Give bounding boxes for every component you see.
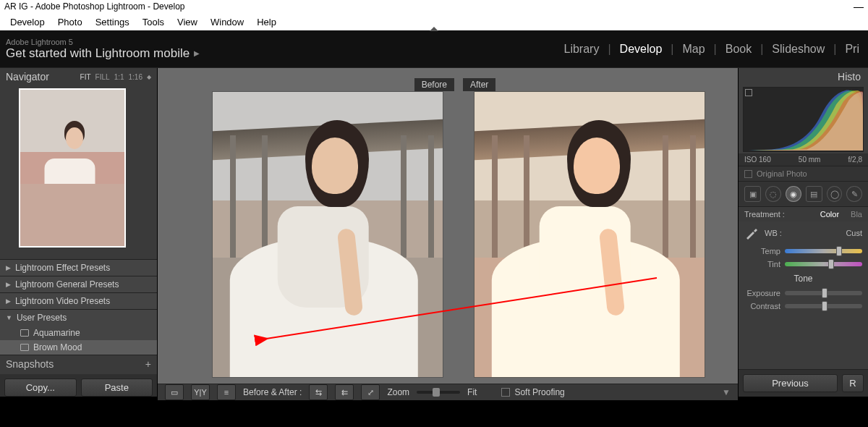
- chevron-right-icon: ▶: [194, 49, 200, 57]
- crop-tool[interactable]: ▣: [744, 186, 761, 202]
- brush-tool[interactable]: ✎: [846, 186, 862, 202]
- treatment-bw[interactable]: Bla: [851, 210, 862, 219]
- compare-stack-button[interactable]: ≡: [217, 384, 236, 400]
- wb-label: WB :: [765, 229, 782, 237]
- exposure-slider[interactable]: Exposure: [739, 287, 868, 300]
- zoom-fit[interactable]: FIT: [80, 73, 91, 81]
- menu-view[interactable]: View: [177, 17, 197, 28]
- module-book[interactable]: Book: [726, 43, 752, 56]
- menu-photo[interactable]: Photo: [58, 17, 82, 28]
- preset-icon: [20, 329, 29, 337]
- preset-group-effect[interactable]: ▶ Lightroom Effect Presets: [0, 259, 157, 276]
- left-button-row: Copy... Paste: [0, 374, 157, 397]
- right-button-row: Previous R: [739, 369, 868, 397]
- workspace: Navigator FIT FILL 1:1 1:16 ◆ ▶ Lightroo…: [0, 68, 868, 397]
- exposure-label: Exposure: [744, 289, 780, 297]
- preset-item-label: Brown Mood: [33, 342, 82, 352]
- eyedropper-icon[interactable]: [744, 226, 759, 240]
- minimize-icon[interactable]: —: [854, 1, 864, 12]
- contrast-slider[interactable]: Contrast: [739, 300, 868, 313]
- preset-item-label: Aquamarine: [33, 328, 80, 338]
- chevron-icon[interactable]: ◆: [147, 74, 151, 80]
- original-photo-toggle[interactable]: Original Photo: [739, 166, 868, 182]
- mobile-link[interactable]: Get started with Lightroom mobile ▶: [6, 46, 200, 61]
- window-title: AR IG - Adobe Photoshop Lightroom - Deve…: [4, 1, 184, 12]
- center-panel: Before After: [158, 68, 738, 397]
- wb-value[interactable]: Cust: [846, 229, 862, 237]
- preset-group-user[interactable]: ▼ User Presets: [0, 309, 157, 326]
- navigator-preview[interactable]: [0, 85, 157, 250]
- after-photo[interactable]: [474, 91, 705, 378]
- tone-header: Tone: [739, 271, 868, 287]
- menu-settings[interactable]: Settings: [95, 17, 129, 28]
- module-slideshow[interactable]: Slideshow: [772, 43, 825, 56]
- preset-group-video[interactable]: ▶ Lightroom Video Presets: [0, 292, 157, 309]
- gradient-tool[interactable]: ▤: [806, 186, 822, 202]
- treatment-color[interactable]: Color: [820, 210, 839, 219]
- add-snapshot-icon[interactable]: +: [145, 358, 151, 370]
- preset-group-general[interactable]: ▶ Lightroom General Presets: [0, 276, 157, 292]
- spot-tool[interactable]: ◌: [765, 186, 781, 202]
- before-photo[interactable]: [212, 91, 443, 378]
- checkbox-icon[interactable]: [744, 170, 752, 178]
- menu-window[interactable]: Window: [210, 17, 244, 28]
- histogram-title[interactable]: Histo: [739, 68, 868, 85]
- zoom-slider[interactable]: [417, 391, 460, 394]
- swap-button[interactable]: ⇆: [309, 384, 328, 400]
- menu-tools[interactable]: Tools: [142, 17, 164, 28]
- compare-area: Before After: [158, 68, 738, 384]
- separator: |: [833, 43, 836, 56]
- module-print[interactable]: Pri: [845, 43, 859, 56]
- after-pane: After: [463, 78, 716, 378]
- preset-group-label: User Presets: [17, 313, 67, 323]
- treatment-label: Treatment :: [744, 210, 785, 219]
- chevron-right-icon: ▶: [6, 281, 11, 288]
- soft-proof-label: Soft Proofing: [514, 387, 564, 397]
- menu-help[interactable]: Help: [257, 17, 276, 28]
- meta-focal: 50 mm: [799, 156, 821, 164]
- previous-button[interactable]: Previous: [743, 374, 838, 392]
- preset-group-label: Lightroom Effect Presets: [15, 263, 110, 273]
- loupe-view-button[interactable]: ▭: [165, 384, 184, 400]
- copy-button[interactable]: Copy...: [4, 379, 77, 397]
- zoom-fill[interactable]: FILL: [95, 73, 110, 81]
- menu-develop[interactable]: Develop: [10, 17, 45, 28]
- preset-group-label: Lightroom General Presets: [15, 279, 119, 289]
- soft-proofing-toggle[interactable]: Soft Proofing: [501, 387, 564, 397]
- histogram[interactable]: [743, 87, 864, 152]
- develop-tool-strip: ▣ ◌ ◉ ▤ ◯ ✎: [739, 182, 868, 206]
- before-pane: Before: [201, 78, 454, 378]
- before-label: Before: [414, 78, 454, 91]
- temp-slider[interactable]: Temp: [739, 245, 868, 258]
- panel-expand-icon[interactable]: [430, 27, 438, 31]
- compare-yy-button[interactable]: Y|Y: [191, 384, 210, 400]
- before-after-label: Before & After :: [243, 387, 302, 397]
- tint-slider[interactable]: Tint: [739, 258, 868, 271]
- copy-settings-button[interactable]: ⤢: [361, 384, 380, 400]
- toolbar-menu-icon[interactable]: ▼: [722, 387, 731, 397]
- snapshots-header[interactable]: Snapshots +: [0, 355, 157, 373]
- module-map[interactable]: Map: [682, 43, 705, 56]
- radial-tool[interactable]: ◯: [827, 186, 843, 202]
- copy-left-button[interactable]: ⇇: [335, 384, 354, 400]
- navigator-title: Navigator: [6, 71, 49, 83]
- preset-item-brown-mood[interactable]: Brown Mood: [0, 340, 157, 355]
- zoom-1to1[interactable]: 1:1: [114, 73, 124, 81]
- reset-button[interactable]: R: [842, 374, 864, 392]
- paste-button[interactable]: Paste: [81, 379, 153, 397]
- photo-metadata: ISO 160 50 mm f/2,8: [739, 153, 868, 166]
- navigator-header[interactable]: Navigator FIT FILL 1:1 1:16 ◆: [0, 68, 157, 85]
- navigator-zoom-picker: FIT FILL 1:1 1:16 ◆: [80, 73, 151, 81]
- navigator-thumbnail[interactable]: [19, 88, 126, 248]
- module-library[interactable]: Library: [564, 43, 600, 56]
- treatment-row: Treatment : Color Bla: [739, 206, 868, 221]
- left-panel: Navigator FIT FILL 1:1 1:16 ◆ ▶ Lightroo…: [0, 68, 158, 397]
- after-label: After: [463, 78, 495, 91]
- checkbox-icon[interactable]: [501, 388, 510, 397]
- separator: |: [608, 43, 610, 56]
- zoom-ratio[interactable]: 1:16: [129, 73, 142, 81]
- preset-item-aquamarine[interactable]: Aquamarine: [0, 326, 157, 340]
- redeye-tool[interactable]: ◉: [786, 186, 801, 202]
- module-develop[interactable]: Develop: [620, 43, 663, 56]
- white-balance-row: WB : Cust: [739, 221, 868, 245]
